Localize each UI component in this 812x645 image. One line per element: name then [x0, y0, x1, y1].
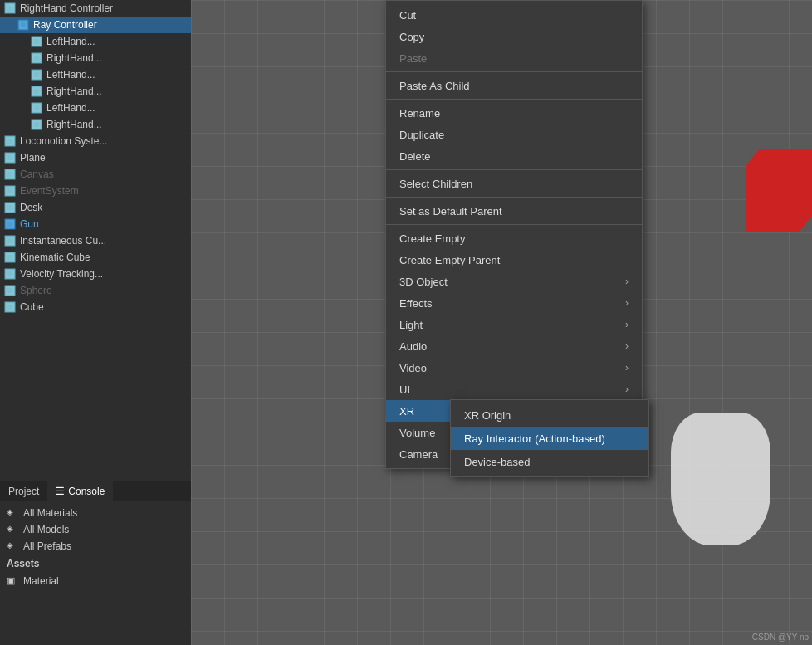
- item-label: Desk: [20, 202, 42, 213]
- xr-submenu-item-device-based[interactable]: Device-based: [451, 450, 648, 473]
- item-icon: [3, 201, 17, 214]
- hierarchy-item-instantaneous-cu[interactable]: Instantaneous Cu...: [0, 232, 191, 249]
- menu-item-ui[interactable]: UI›: [386, 379, 642, 400]
- hierarchy-item-lefthand2[interactable]: LeftHand...: [0, 66, 191, 83]
- item-icon: [30, 101, 43, 115]
- hierarchy-item-gun[interactable]: Gun: [0, 216, 191, 232]
- menu-item-audio[interactable]: Audio›: [386, 335, 642, 357]
- menu-item-label: Set as Default Parent: [399, 205, 502, 217]
- submenu-item-label: XR Origin: [464, 409, 511, 422]
- item-label: RightHand...: [46, 86, 102, 97]
- item-icon: [3, 301, 17, 314]
- hierarchy-item-eventsystem[interactable]: EventSystem: [0, 183, 191, 199]
- menu-item-paste-as-child[interactable]: Paste As Child: [386, 75, 642, 96]
- hierarchy-item-righthand1[interactable]: RightHand...: [0, 50, 191, 66]
- menu-item-create-empty[interactable]: Create Empty: [386, 227, 642, 249]
- item-label: Plane: [20, 152, 46, 164]
- menu-item-create-empty-parent[interactable]: Create Empty Parent: [386, 249, 642, 271]
- material-item[interactable]: ▣ Material: [0, 573, 191, 589]
- menu-item-cut[interactable]: Cut: [386, 4, 642, 26]
- menu-item-label: Duplicate: [399, 129, 444, 141]
- hierarchy-item-lefthand1[interactable]: LeftHand...: [0, 33, 191, 50]
- hierarchy-item-locomotion-sys[interactable]: Locomotion Syste...: [0, 133, 191, 149]
- item-label: EventSystem: [20, 185, 79, 197]
- submenu-arrow: ›: [625, 276, 629, 287]
- item-label: Ray Controller: [33, 19, 97, 31]
- item-icon: [30, 51, 43, 65]
- item-label: Gun: [20, 218, 39, 230]
- watermark-text: CSDN @YY-nb: [752, 633, 809, 642]
- menu-item-duplicate[interactable]: Duplicate: [386, 124, 642, 145]
- menu-item-label: Create Empty Parent: [399, 254, 500, 266]
- menu-item-copy[interactable]: Copy: [386, 26, 642, 47]
- item-icon: [3, 168, 17, 181]
- project-item-all-models[interactable]: ◈All Models: [0, 521, 191, 538]
- white-hand: [671, 413, 770, 545]
- menu-separator: [386, 197, 642, 198]
- submenu-arrow: ›: [625, 384, 629, 395]
- submenu-arrow: ›: [625, 340, 629, 352]
- menu-item-label: Select Children: [399, 178, 472, 190]
- submenu-arrow: ›: [625, 362, 629, 374]
- menu-item-set-default-parent[interactable]: Set as Default Parent: [386, 200, 642, 222]
- hierarchy-item-canvas[interactable]: Canvas: [0, 166, 191, 183]
- tab-console[interactable]: ☰ Console: [47, 481, 113, 501]
- menu-item-label: Paste: [399, 52, 427, 65]
- item-icon: [3, 251, 17, 264]
- hierarchy-item-righthand2[interactable]: RightHand...: [0, 83, 191, 100]
- menu-item-label: 3D Object: [399, 276, 448, 288]
- item-label: RightHand...: [46, 119, 102, 130]
- menu-item-label: XR: [399, 405, 414, 418]
- tab-project[interactable]: Project: [0, 481, 47, 501]
- item-label: Cube: [20, 301, 44, 313]
- menu-item-label: Light: [399, 319, 423, 331]
- item-icon: [30, 68, 43, 81]
- assets-header: Assets: [0, 555, 191, 573]
- menu-item-paste[interactable]: Paste: [386, 47, 642, 69]
- menu-item-label: Effects: [399, 297, 433, 310]
- xr-submenu-item-ray-interactor[interactable]: Ray Interactor (Action-based): [451, 427, 648, 450]
- submenu-arrow: ›: [625, 319, 629, 330]
- hierarchy-item-desk[interactable]: Desk: [0, 199, 191, 216]
- submenu-arrow: ›: [625, 297, 629, 309]
- item-icon: [3, 284, 17, 297]
- menu-item-delete[interactable]: Delete: [386, 145, 642, 167]
- item-icon: [30, 85, 43, 98]
- menu-item-label: UI: [399, 384, 410, 396]
- hierarchy-item-cube[interactable]: Cube: [0, 299, 191, 315]
- submenu-item-label: Ray Interactor (Action-based): [464, 432, 605, 445]
- hierarchy-item-lefthand3[interactable]: LeftHand...: [0, 100, 191, 116]
- menu-item-label: Create Empty: [399, 232, 465, 245]
- item-label: Sphere: [20, 285, 52, 296]
- item-icon: [3, 2, 17, 15]
- menu-item-select-children[interactable]: Select Children: [386, 173, 642, 194]
- menu-item-label: Camera: [399, 448, 438, 461]
- hierarchy-item-kinematic-cube[interactable]: Kinematic Cube: [0, 249, 191, 266]
- bottom-tabs: Project ☰ Console: [0, 481, 191, 501]
- hierarchy-item-ray-controller[interactable]: Ray Controller: [0, 17, 191, 33]
- project-content: ◈All Materials◈All Models◈All Prefabs As…: [0, 501, 191, 593]
- item-icon: [3, 267, 17, 281]
- project-item-all-materials[interactable]: ◈All Materials: [0, 505, 191, 521]
- hierarchy-item-righthand-controller[interactable]: RightHand Controller: [0, 0, 191, 17]
- hierarchy-item-sphere[interactable]: Sphere: [0, 282, 191, 299]
- hierarchy-item-plane[interactable]: Plane: [0, 149, 191, 166]
- submenu-item-label: Device-based: [464, 456, 531, 468]
- menu-item-label: Paste As Child: [399, 80, 470, 92]
- menu-item-light[interactable]: Light›: [386, 314, 642, 335]
- item-icon: [3, 217, 17, 231]
- hierarchy-item-righthand3[interactable]: RightHand...: [0, 116, 191, 133]
- menu-item-label: Cut: [399, 9, 416, 22]
- menu-item-rename[interactable]: Rename: [386, 102, 642, 124]
- menu-item-effects[interactable]: Effects›: [386, 292, 642, 314]
- xr-submenu: XR OriginRay Interactor (Action-based)De…: [450, 399, 649, 477]
- project-item-all-prefabs[interactable]: ◈All Prefabs: [0, 538, 191, 555]
- menu-item-3d-object[interactable]: 3D Object›: [386, 271, 642, 292]
- item-label: Canvas: [20, 169, 54, 180]
- hierarchy-item-velocity-tracking[interactable]: Velocity Tracking...: [0, 266, 191, 282]
- item-label: LeftHand...: [46, 102, 95, 114]
- item-icon: [3, 134, 17, 148]
- xr-submenu-item-xr-origin[interactable]: XR Origin: [451, 403, 648, 427]
- menu-item-video[interactable]: Video›: [386, 357, 642, 379]
- hierarchy-panel: RightHand Controller Ray Controller Left…: [0, 0, 191, 481]
